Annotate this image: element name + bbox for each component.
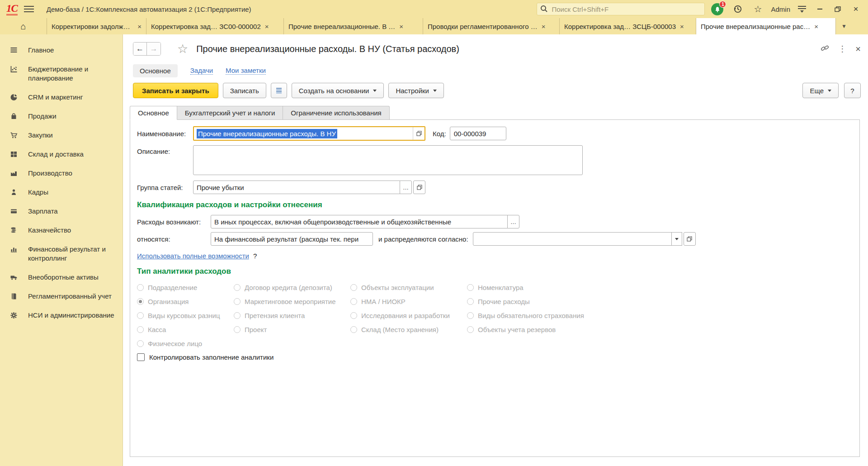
open-icon[interactable] bbox=[684, 232, 696, 246]
choose-button[interactable]: … bbox=[507, 215, 519, 228]
form-panel: Наименование: Прочие внереализационные р… bbox=[130, 119, 860, 457]
subordination-structure-button[interactable] bbox=[271, 83, 287, 98]
sidebar-item-payroll[interactable]: Зарплата bbox=[0, 202, 123, 221]
form-tab-main[interactable]: Основное bbox=[130, 106, 177, 120]
use-full-features-link[interactable]: Использовать полные возможности bbox=[137, 252, 249, 260]
app-tab-2[interactable]: Корректировка зад… ЗС00-000002 × bbox=[146, 18, 284, 34]
user-menu[interactable]: Admin bbox=[771, 5, 790, 13]
minimize-button[interactable] bbox=[814, 3, 826, 15]
service-menu-icon[interactable] bbox=[797, 6, 807, 13]
save-button[interactable]: Записать bbox=[223, 83, 266, 98]
radio-icon bbox=[137, 284, 144, 291]
radio-icon bbox=[137, 326, 144, 333]
app-tab-6-active[interactable]: Прочие внереализационные рас… × bbox=[696, 18, 836, 34]
create-based-on-button[interactable]: Создать на основании bbox=[292, 83, 384, 98]
history-icon[interactable] bbox=[731, 2, 745, 16]
chevron-down-icon bbox=[828, 90, 831, 92]
sidebar-item-sales[interactable]: Продажи bbox=[0, 107, 123, 126]
app-tab-3[interactable]: Прочие внереализационные. В … × bbox=[284, 18, 423, 34]
notifications-button[interactable]: 1 bbox=[711, 2, 725, 16]
sidebar-item-regulated-accounting[interactable]: Регламентированный учет bbox=[0, 287, 123, 306]
radio-option: Прочие расходы bbox=[467, 295, 616, 309]
add-to-favorites-star-icon[interactable]: ☆ bbox=[177, 43, 188, 55]
nav-tasks-link[interactable]: Задачи bbox=[190, 67, 213, 75]
tab-close-icon[interactable]: × bbox=[265, 23, 269, 30]
tab-close-icon[interactable]: × bbox=[399, 23, 403, 30]
dropdown-button[interactable] bbox=[671, 232, 682, 246]
tab-close-icon[interactable]: × bbox=[680, 23, 684, 30]
open-icon[interactable] bbox=[413, 127, 425, 140]
save-and-close-button[interactable]: Записать и закрыть bbox=[133, 83, 218, 98]
tab-label: Корректировка зад… ЗСЦБ-000003 bbox=[564, 23, 676, 30]
app-tab-5[interactable]: Корректировка зад… ЗСЦБ-000003 × bbox=[560, 18, 696, 34]
nav-main-link[interactable]: Основное bbox=[133, 64, 178, 77]
get-link-icon[interactable] bbox=[821, 44, 829, 54]
pie-chart-icon bbox=[10, 93, 28, 101]
more-button[interactable]: Еще bbox=[802, 83, 839, 98]
main-menu-icon[interactable] bbox=[24, 6, 34, 12]
sidebar-item-treasury[interactable]: Казначейство bbox=[0, 221, 123, 240]
tab-label: Прочие внереализационные рас… bbox=[701, 23, 810, 30]
sidebar-item-hr[interactable]: Кадры bbox=[0, 183, 123, 202]
tab-close-icon[interactable]: × bbox=[137, 23, 142, 30]
radio-icon bbox=[137, 340, 144, 347]
main-content: ← → ☆ Прочие внереализационные расходы. … bbox=[123, 34, 868, 466]
form-navigation: Основное Задачи Мои заметки bbox=[133, 63, 266, 78]
sidebar-item-nsi-admin[interactable]: НСИ и администрирование bbox=[0, 306, 123, 325]
tab-list-dropdown[interactable]: ▼ bbox=[836, 18, 852, 34]
radio-icon bbox=[350, 312, 357, 319]
sidebar-item-production[interactable]: Производство bbox=[0, 164, 123, 183]
radio-option: Договор кредита (депозита) bbox=[234, 281, 350, 295]
code-input[interactable] bbox=[450, 127, 506, 140]
description-input[interactable] bbox=[193, 145, 583, 175]
open-icon[interactable] bbox=[413, 181, 425, 194]
sidebar-item-purchases[interactable]: Закупки bbox=[0, 126, 123, 145]
sidebar-item-budgeting[interactable]: Бюджетирование и планирование bbox=[0, 60, 123, 88]
radio-icon bbox=[467, 284, 474, 291]
control-analytics-checkbox[interactable]: Контролировать заполнение аналитики bbox=[137, 353, 853, 361]
more-actions-icon[interactable]: ⋮ bbox=[838, 44, 846, 54]
group-label: Группа статей: bbox=[137, 184, 193, 191]
planning-chart-icon bbox=[10, 65, 28, 73]
sidebar-item-finresult[interactable]: Финансовый результат и контроллинг bbox=[0, 240, 123, 268]
checkbox-icon bbox=[137, 353, 145, 361]
tab-close-icon[interactable]: × bbox=[814, 23, 818, 30]
app-tab-4[interactable]: Проводки регламентированного … × bbox=[423, 18, 560, 34]
app-titlebar: 1С Демо-база / 1С:Комплексная автоматиза… bbox=[0, 0, 868, 18]
form-tab-usage-restriction[interactable]: Ограничение использования bbox=[283, 106, 389, 120]
tab-close-icon[interactable]: × bbox=[542, 23, 546, 30]
relate-input[interactable]: На финансовый результат (расходы тек. пе… bbox=[211, 232, 373, 246]
group-input[interactable]: Прочие убытки bbox=[193, 181, 400, 194]
settings-button[interactable]: Настройки bbox=[388, 83, 444, 98]
back-button[interactable]: ← bbox=[133, 43, 147, 55]
radio-icon bbox=[234, 284, 241, 291]
home-tab[interactable]: ⌂ bbox=[0, 18, 47, 34]
help-button[interactable]: ? bbox=[844, 83, 861, 98]
radio-icon bbox=[137, 312, 144, 319]
global-search bbox=[537, 3, 705, 15]
sidebar-item-main[interactable]: Главное bbox=[0, 41, 123, 60]
help-mark[interactable]: ? bbox=[253, 252, 257, 260]
favorites-star-icon[interactable]: ☆ bbox=[751, 2, 764, 16]
tab-label: Корректировка зад… ЗС00-000002 bbox=[151, 23, 261, 30]
close-button[interactable]: × bbox=[850, 3, 862, 15]
coins-icon bbox=[10, 226, 28, 234]
search-input[interactable] bbox=[537, 3, 705, 15]
sidebar-item-crm[interactable]: CRM и маркетинг bbox=[0, 88, 123, 107]
close-form-icon[interactable]: × bbox=[855, 44, 861, 54]
app-tab-1[interactable]: Корректировки задолженностей × bbox=[47, 18, 146, 34]
nav-my-notes-link[interactable]: Мои заметки bbox=[226, 67, 266, 75]
radio-checked-icon bbox=[137, 298, 144, 305]
shopping-cart-icon bbox=[10, 131, 28, 139]
radio-option: Склад (Место хранения) bbox=[350, 323, 467, 337]
radio-option: Объекты эксплуатации bbox=[350, 281, 467, 295]
restore-button[interactable] bbox=[832, 3, 844, 15]
occur-input[interactable]: В иных процессах, включая общепроизводст… bbox=[211, 215, 508, 228]
sidebar-item-noncurrent-assets[interactable]: Внеоборотные активы bbox=[0, 268, 123, 287]
form-tab-accounting[interactable]: Бухгалтерский учет и налоги bbox=[177, 106, 283, 120]
choose-button[interactable]: … bbox=[400, 181, 412, 194]
warehouse-icon bbox=[10, 150, 28, 158]
sidebar-item-warehouse[interactable]: Склад и доставка bbox=[0, 145, 123, 164]
name-input[interactable]: Прочие внереализационные расходы. В НУ bbox=[193, 126, 425, 141]
distribute-input[interactable] bbox=[473, 232, 672, 246]
